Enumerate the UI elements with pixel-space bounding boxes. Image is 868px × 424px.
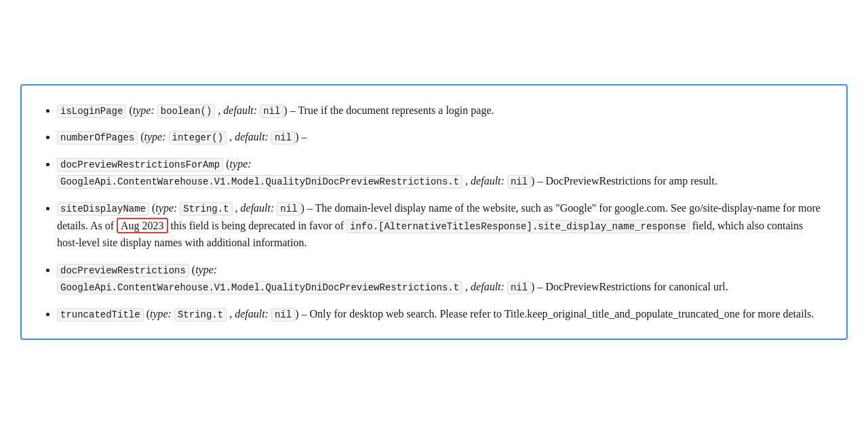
list-item: docPreviewRestrictionsForAmp (type: Goog… <box>57 155 825 190</box>
description-1: – <box>298 131 307 142</box>
type-label-1: type: <box>144 131 166 142</box>
default-label-2: default: <box>471 175 505 187</box>
default-label-0: default: <box>223 104 257 116</box>
type-label-0: type: <box>133 104 155 116</box>
highlight-aug2023: Aug 2023 <box>117 218 168 233</box>
type-label-3: type: <box>155 202 177 214</box>
default-label-1: default: <box>235 131 269 142</box>
description-post-3: this field is being deprecated in favor … <box>168 220 347 231</box>
list-item: isLoginPage (type: boolean() , default: … <box>57 102 825 119</box>
type-value-5: String.t <box>174 308 226 322</box>
type-value-0: boolean() <box>157 104 216 118</box>
default-value-4: nil <box>507 281 531 294</box>
type-value-1: integer() <box>169 131 227 144</box>
type-value-2: GoogleApi.ContentWarehouse.V1.Model.Qual… <box>57 175 462 189</box>
list-item: truncatedTitle (type: String.t , default… <box>57 305 825 323</box>
default-value-0: nil <box>260 104 283 118</box>
field-list: isLoginPage (type: boolean() , default: … <box>38 102 825 323</box>
description-0: – True if the document represents a logi… <box>288 104 494 116</box>
type-label-4: type: <box>195 264 217 275</box>
default-label-4: default: <box>471 281 505 292</box>
field-name-siteDisplayName: siteDisplayName <box>57 202 149 216</box>
default-label-5: default: <box>235 308 269 320</box>
default-value-1: nil <box>271 131 295 144</box>
type-value-4: GoogleApi.ContentWarehouse.V1.Model.Qual… <box>57 281 462 294</box>
field-name-numberOfPages: numberOfPages <box>57 131 138 144</box>
default-value-3: nil <box>277 202 300 216</box>
type-value-3: String.t <box>180 202 232 216</box>
list-item: docPreviewRestrictions (type: GoogleApi.… <box>57 261 825 296</box>
description-2: – DocPreviewRestrictions for amp result. <box>534 175 717 187</box>
description-4: – DocPreviewRestrictions for canonical u… <box>534 281 728 292</box>
type-label-2: type: <box>230 158 252 170</box>
field-name-docPreviewRestrictionsForAmp: docPreviewRestrictionsForAmp <box>57 158 223 172</box>
type-label-5: type: <box>150 308 172 320</box>
description-5: – Only for desktop web search. Please re… <box>298 308 814 320</box>
default-label-3: default: <box>241 202 275 214</box>
code-field-3: info.[AlternativeTitlesResponse].site_di… <box>347 220 690 233</box>
api-doc-container: isLoginPage (type: boolean() , default: … <box>20 84 848 341</box>
field-name-truncatedTitle: truncatedTitle <box>57 308 144 322</box>
default-value-2: nil <box>507 175 531 189</box>
list-item: siteDisplayName (type: String.t , defaul… <box>57 199 825 252</box>
field-name-docPreviewRestrictions: docPreviewRestrictions <box>57 264 189 277</box>
default-value-5: nil <box>271 308 295 322</box>
list-item: numberOfPages (type: integer() , default… <box>57 128 825 146</box>
field-name-isLoginPage: isLoginPage <box>57 104 126 118</box>
